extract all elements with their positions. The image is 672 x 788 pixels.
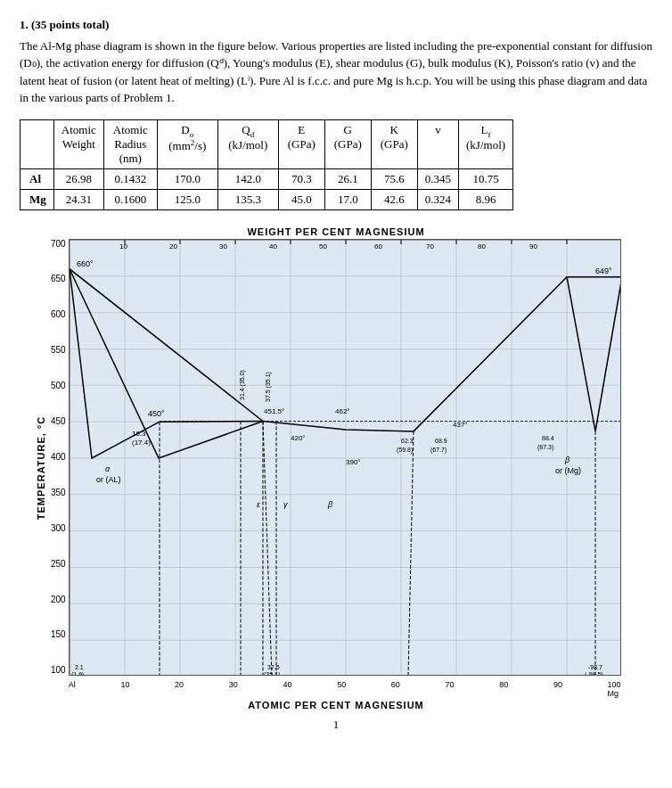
wt-30: 30 (219, 242, 227, 250)
diagram-bottom-label: ATOMIC PER CENT MAGNESIUM (33, 700, 639, 710)
Al-K: 75.6 (371, 168, 417, 189)
x-tick-50: 50 (337, 680, 346, 698)
wt-60: 60 (374, 242, 382, 250)
wt-80: 80 (478, 242, 486, 250)
x-axis-ticks: Al 10 20 30 40 50 60 70 80 90 100Mg (69, 680, 621, 698)
col-header-atomic-weight: AtomicWeight (53, 119, 103, 168)
y-tick-100: 100 (51, 665, 66, 675)
Al-Lf: 10.75 (459, 168, 513, 189)
y-tick-450: 450 (51, 416, 66, 426)
label-451: 451.5° (264, 407, 284, 415)
y-tick-650: 650 (51, 274, 66, 283)
label-660: 660° (77, 259, 94, 268)
element-Al: Al (20, 168, 54, 189)
properties-table: AtomicWeight AtomicRadius(nm) Do(mm2/s) … (20, 119, 513, 210)
col-header-atomic-radius: AtomicRadius(nm) (103, 119, 157, 168)
page-number: 1 (20, 718, 652, 732)
Mg-D0: 125.0 (157, 189, 217, 209)
y-tick-250: 250 (51, 559, 66, 569)
col-header-K: K(GPa) (371, 119, 417, 168)
label-649: 649° (595, 267, 612, 275)
phase-diagram-svg: 660° 649° 450° 16.3 (17.4) α or (AL) 451… (69, 239, 621, 676)
col-header-G: G(GPa) (324, 119, 371, 168)
label-67-7: (67.7) (430, 447, 447, 454)
Mg-G: 17.0 (324, 189, 371, 209)
label-88-4: 88.4 (542, 435, 554, 441)
x-tick-40: 40 (283, 680, 291, 698)
x-tick-100-Mg: 100Mg (608, 680, 621, 698)
label-gamma: γ (283, 500, 288, 509)
label-or-Mg: or (Mg) (555, 466, 581, 475)
label-462: 462° (335, 407, 350, 415)
y-tick-350: 350 (51, 488, 66, 497)
label-437: 437° (453, 421, 468, 429)
Mg-weight: 24.31 (53, 189, 103, 209)
label-37-5-bot: 37.5 (267, 664, 280, 670)
label-390: 390° (346, 458, 361, 466)
wt-90: 90 (529, 242, 537, 250)
y-tick-300: 300 (51, 523, 66, 533)
x-tick-Al: Al (69, 680, 76, 698)
element-Mg: Mg (20, 189, 54, 209)
label-17-4: (17.4) (132, 439, 151, 447)
y-tick-600: 600 (51, 309, 66, 319)
problem-intro: The Al-Mg phase diagram is shown in the … (20, 37, 652, 107)
label-31-4: 31.4 (35.0) (239, 370, 246, 400)
problem-number: 1. (35 points total) (20, 16, 652, 34)
x-tick-20: 20 (175, 680, 184, 698)
wt-70: 70 (426, 242, 434, 250)
Mg-Qd: 135.3 (217, 189, 278, 209)
label-1-9: (1.9) (71, 671, 84, 676)
y-axis-label: TEMPERATURE, °C (33, 239, 49, 698)
label-35-1-bot: (35.1) (264, 671, 280, 676)
label-2-1: 2.1 (75, 664, 84, 670)
label-beta-center: β (327, 500, 332, 509)
x-tick-90: 90 (553, 680, 562, 698)
col-header-Lf: Lf(kJ/mol) (459, 119, 513, 168)
col-header-E: E(GPa) (278, 119, 324, 168)
x-tick-80: 80 (499, 680, 508, 698)
Mg-K: 42.6 (371, 189, 417, 209)
label-beta: β (564, 456, 570, 464)
label-neg98-7: -98.7 (588, 664, 602, 670)
label-or-Al: or (AL) (96, 475, 121, 484)
wt-10: 10 (119, 242, 127, 250)
label-alpha-Al: α (105, 464, 111, 473)
wt-20: 20 (169, 242, 177, 250)
y-tick-700: 700 (51, 239, 66, 249)
col-header-v: v (417, 119, 458, 168)
label-59-8: (59.8) (397, 447, 413, 454)
x-tick-70: 70 (446, 680, 455, 698)
Al-G: 26.1 (324, 168, 371, 189)
label-87-3: (87.3) (537, 444, 553, 451)
Al-D0: 170.0 (157, 168, 217, 189)
Mg-v: 0.324 (417, 189, 458, 209)
Mg-Lf: 8.96 (459, 189, 513, 209)
label-68-9: 68.9 (435, 438, 447, 444)
Al-E: 70.3 (278, 168, 324, 189)
y-tick-200: 200 (51, 595, 66, 604)
y-tick-500: 500 (51, 381, 66, 390)
x-tick-60: 60 (391, 680, 400, 698)
label-neg98-5: (-98.5) (585, 671, 603, 676)
Mg-radius: 0.1600 (103, 189, 157, 209)
diagram-svg-container: 660° 649° 450° 16.3 (17.4) α or (AL) 451… (69, 239, 621, 698)
col-header-Qd: Qd(kJ/mol) (217, 119, 278, 168)
label-16-3: 16.3 (132, 430, 146, 438)
diagram-wrapper: WEIGHT PER CENT MAGNESIUM TEMPERATURE, °… (33, 226, 639, 710)
diagram-title: WEIGHT PER CENT MAGNESIUM (33, 226, 639, 237)
table-row-Al: Al 26.98 0.1432 170.0 142.0 70.3 26.1 75… (20, 168, 513, 189)
label-epsilon: ε (257, 500, 261, 509)
Al-v: 0.345 (417, 168, 458, 189)
Al-Qd: 142.0 (217, 168, 278, 189)
Mg-E: 45.0 (278, 189, 324, 209)
table-row-Mg: Mg 24.31 0.1600 125.0 135.3 45.0 17.0 42… (20, 189, 513, 209)
y-tick-150: 150 (51, 629, 66, 639)
y-tick-400: 400 (51, 452, 66, 462)
y-tick-550: 550 (51, 345, 66, 355)
label-62-3: 62.3 (401, 438, 414, 444)
col-header-D0: Do(mm2/s) (157, 119, 217, 168)
label-420: 420° (291, 434, 306, 442)
x-tick-10: 10 (120, 680, 129, 698)
wt-50: 50 (319, 242, 327, 250)
